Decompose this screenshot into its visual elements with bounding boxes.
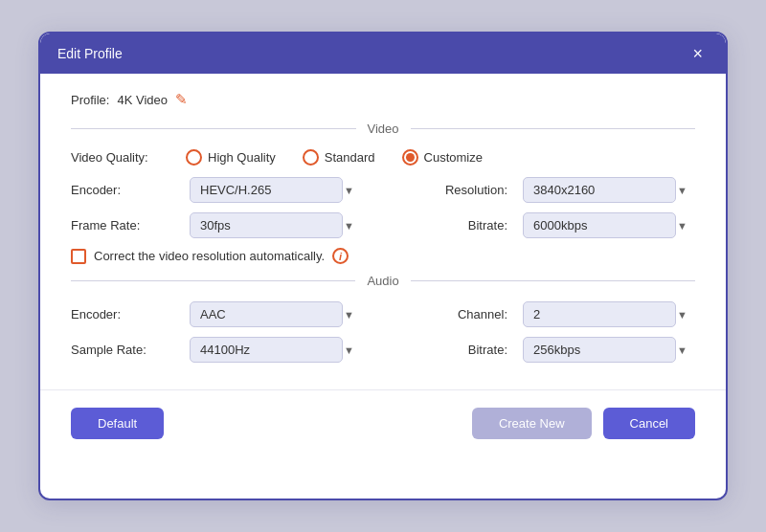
video-bitrate-select[interactable]: 6000kbps 4000kbps 2000kbps 1000kbps	[523, 212, 676, 238]
video-bitrate-label: Bitrate:	[366, 218, 519, 233]
encoder-select-wrap: HEVC/H.265 H.264 VP9 AV1 ▼	[190, 177, 362, 203]
default-button[interactable]: Default	[71, 408, 164, 439]
encoder-select[interactable]: HEVC/H.265 H.264 VP9 AV1	[190, 177, 343, 203]
audio-encoder-channel-row: Encoder: AAC MP3 OGG ▼ Channel: 2 1 ▼	[71, 301, 695, 327]
audio-bitrate-label: Bitrate:	[366, 343, 519, 357]
video-quality-label: Video Quality:	[71, 150, 186, 165]
framerate-select[interactable]: 30fps 60fps 24fps 15fps	[190, 212, 343, 238]
samplerate-select[interactable]: 44100Hz 48000Hz 22050Hz	[190, 337, 343, 363]
resolution-select-arrow: ▼	[677, 185, 687, 196]
samplerate-select-arrow: ▼	[344, 344, 354, 356]
framerate-bitrate-row: Frame Rate: 30fps 60fps 24fps 15fps ▼ Bi…	[71, 212, 695, 238]
channel-select-arrow: ▼	[677, 309, 687, 321]
audio-encoder-select-wrap: AAC MP3 OGG ▼	[190, 301, 362, 327]
auto-resolution-checkbox[interactable]	[71, 249, 86, 264]
resolution-select-wrap: 3840x2160 1920x1080 1280x720 640x480 ▼	[523, 177, 695, 203]
audio-encoder-label: Encoder:	[71, 307, 186, 321]
radio-high-quality[interactable]: High Quality	[186, 149, 276, 166]
radio-high-quality-label: High Quality	[208, 150, 276, 165]
dialog-body: Profile: 4K Video ✎ Video Video Quality:…	[40, 74, 726, 389]
auto-resolution-row: Correct the video resolution automatical…	[71, 248, 695, 264]
video-bitrate-select-arrow: ▼	[677, 220, 687, 232]
auto-resolution-label: Correct the video resolution automatical…	[94, 249, 325, 263]
channel-select[interactable]: 2 1	[523, 301, 676, 327]
audio-bitrate-select[interactable]: 256kbps 192kbps 128kbps 64kbps	[523, 337, 676, 363]
edit-icon[interactable]: ✎	[175, 91, 188, 108]
right-buttons: Create New Cancel	[472, 408, 695, 439]
video-quality-options: High Quality Standard Customize	[186, 149, 483, 166]
channel-label: Channel:	[366, 307, 519, 321]
encoder-label: Encoder:	[71, 183, 186, 197]
video-section-label: Video	[356, 122, 411, 136]
info-icon[interactable]: i	[332, 248, 349, 264]
video-section-divider: Video	[71, 122, 695, 136]
audio-section-label: Audio	[355, 274, 410, 288]
profile-value: 4K Video	[117, 93, 168, 107]
radio-customize[interactable]: Customize	[402, 149, 483, 166]
radio-customize-label: Customize	[424, 150, 483, 165]
audio-encoder-select-arrow: ▼	[344, 309, 354, 321]
resolution-label: Resolution:	[366, 183, 519, 197]
edit-profile-dialog: Edit Profile × Profile: 4K Video ✎ Video…	[38, 32, 728, 500]
audio-encoder-select[interactable]: AAC MP3 OGG	[190, 301, 343, 327]
resolution-select[interactable]: 3840x2160 1920x1080 1280x720 640x480	[523, 177, 676, 203]
radio-standard-circle[interactable]	[303, 149, 319, 166]
profile-row: Profile: 4K Video ✎	[71, 91, 695, 108]
dialog-title-bar: Edit Profile ×	[40, 33, 726, 74]
close-button[interactable]: ×	[687, 43, 709, 64]
video-quality-row: Video Quality: High Quality Standard Cus…	[71, 149, 695, 166]
dialog-title: Edit Profile	[57, 46, 123, 61]
audio-bitrate-select-wrap: 256kbps 192kbps 128kbps 64kbps ▼	[523, 337, 695, 363]
radio-standard-label: Standard	[325, 150, 375, 165]
framerate-label: Frame Rate:	[71, 218, 186, 233]
audio-section-divider: Audio	[71, 274, 695, 288]
encoder-select-arrow: ▼	[344, 185, 354, 196]
radio-standard[interactable]: Standard	[303, 149, 375, 166]
radio-high-quality-circle[interactable]	[186, 149, 202, 166]
samplerate-select-wrap: 44100Hz 48000Hz 22050Hz ▼	[190, 337, 362, 363]
profile-label: Profile:	[71, 93, 109, 107]
button-row: Default Create New Cancel	[40, 389, 726, 456]
framerate-select-arrow: ▼	[344, 220, 354, 232]
samplerate-label: Sample Rate:	[71, 343, 186, 357]
cancel-button[interactable]: Cancel	[603, 408, 695, 439]
video-bitrate-select-wrap: 6000kbps 4000kbps 2000kbps 1000kbps ▼	[523, 212, 695, 238]
create-new-button[interactable]: Create New	[472, 408, 592, 439]
framerate-select-wrap: 30fps 60fps 24fps 15fps ▼	[190, 212, 362, 238]
audio-bitrate-select-arrow: ▼	[677, 344, 687, 356]
encoder-resolution-row: Encoder: HEVC/H.265 H.264 VP9 AV1 ▼ Reso…	[71, 177, 695, 203]
radio-customize-circle[interactable]	[402, 149, 418, 166]
channel-select-wrap: 2 1 ▼	[523, 301, 695, 327]
samplerate-bitrate-row: Sample Rate: 44100Hz 48000Hz 22050Hz ▼ B…	[71, 337, 695, 363]
